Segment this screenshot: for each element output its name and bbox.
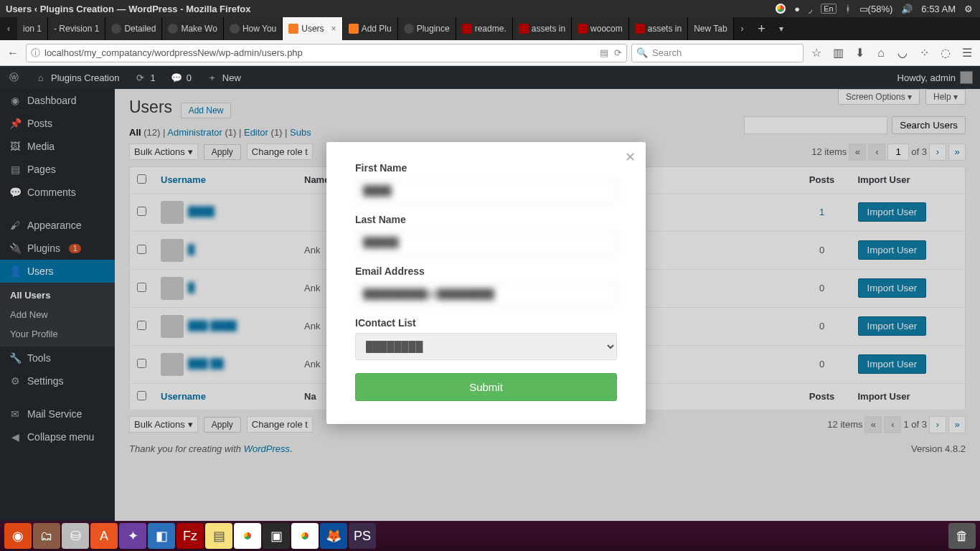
wordpress-link[interactable]: WordPress <box>244 443 290 454</box>
help-button[interactable]: Help ▾ <box>925 89 966 105</box>
address-bar[interactable]: ⓘ localhost/my_compatancy/wordpressNew/w… <box>26 44 627 62</box>
bulk-actions-select[interactable]: Bulk Actions ▾ <box>129 416 198 433</box>
import-user-button[interactable]: Import User <box>858 240 927 260</box>
sidebar-item-dashboard[interactable]: ◉Dashboard <box>0 89 115 112</box>
sidebar-subitem-profile[interactable]: Your Profile <box>0 324 115 344</box>
app-icon[interactable]: ✦ <box>119 523 146 549</box>
downloads-icon[interactable]: ⬇ <box>851 44 868 62</box>
first-name-input[interactable] <box>355 178 617 204</box>
row-checkbox[interactable] <box>137 359 146 368</box>
last-name-input[interactable] <box>355 230 617 255</box>
change-role-select[interactable]: Change role t <box>247 143 313 160</box>
trash-icon[interactable]: 🗑 <box>948 523 976 549</box>
chat-icon[interactable]: ● <box>794 4 800 14</box>
disk-icon[interactable]: ⛁ <box>62 523 89 549</box>
change-role-select[interactable]: Change role t <box>247 416 313 433</box>
clock[interactable]: 6:53 AM <box>921 4 956 14</box>
row-checkbox[interactable] <box>137 283 146 292</box>
import-user-button[interactable]: Import User <box>858 278 927 298</box>
filter-administrator[interactable]: Administrator <box>167 127 222 138</box>
browser-tab[interactable]: assets in <box>513 17 572 40</box>
col-posts[interactable]: Posts <box>793 166 851 193</box>
row-checkbox[interactable] <box>137 207 146 216</box>
files-icon[interactable]: 🗂 <box>33 523 60 549</box>
screen-options-button[interactable]: Screen Options ▾ <box>838 89 920 105</box>
sidebar-item-appearance[interactable]: 🖌Appearance <box>0 214 115 237</box>
browser-tab-active[interactable]: Users× <box>283 17 342 40</box>
howdy-user[interactable]: Howdy, admin <box>897 72 956 83</box>
apply-button[interactable]: Apply <box>204 144 241 160</box>
browser-tab[interactable]: readme. <box>456 17 513 40</box>
chrome-icon[interactable] <box>291 523 319 549</box>
firefox-icon[interactable]: 🦊 <box>320 523 347 549</box>
sidebar-item-mail-service[interactable]: ✉Mail Service <box>0 402 115 425</box>
sidebar-item-settings[interactable]: ⚙Settings <box>0 369 115 392</box>
reader-icon[interactable]: ▤ <box>600 47 608 58</box>
page-number-input[interactable] <box>887 143 909 161</box>
terminal-icon[interactable]: ▣ <box>263 523 290 549</box>
site-name[interactable]: ⌂Plugins Creation <box>27 66 126 89</box>
close-tab-icon[interactable]: × <box>331 24 336 34</box>
browser-tab[interactable]: Plugince <box>398 17 456 40</box>
icontact-list-select[interactable]: ████████ <box>355 333 617 360</box>
row-checkbox[interactable] <box>137 245 146 254</box>
app-icon[interactable]: ◧ <box>148 523 175 549</box>
home-icon[interactable]: ⌂ <box>872 44 890 62</box>
hamburger-menu-icon[interactable]: ☰ <box>958 44 976 62</box>
sidebar-item-pages[interactable]: ▤Pages <box>0 158 115 181</box>
library-icon[interactable]: ▥ <box>829 44 847 62</box>
add-new-button[interactable]: Add New <box>181 103 232 118</box>
back-button[interactable]: ← <box>4 44 22 62</box>
sidebar-subitem-all-users[interactable]: All Users <box>0 286 115 305</box>
bulk-actions-select[interactable]: Bulk Actions ▾ <box>129 143 198 160</box>
addon-icon[interactable]: ⁘ <box>915 44 933 62</box>
browser-tab[interactable]: New Tab <box>688 17 733 40</box>
import-user-button[interactable]: Import User <box>858 202 927 222</box>
avatar[interactable] <box>960 71 973 84</box>
next-page-button[interactable]: › <box>929 143 946 161</box>
updates[interactable]: ⟳1 <box>126 66 162 89</box>
phpstorm-icon[interactable]: PS <box>349 523 376 549</box>
filter-subscriber[interactable]: Subs <box>290 127 311 138</box>
new-content[interactable]: +New <box>199 66 248 89</box>
addon-icon[interactable]: ◌ <box>937 44 954 62</box>
browser-tab[interactable]: How You <box>224 17 283 40</box>
browser-tab[interactable]: ion 1 <box>17 17 48 40</box>
tabs-dropdown[interactable]: ▾ <box>773 17 790 40</box>
software-icon[interactable]: A <box>90 523 118 549</box>
sidebar-subitem-add-new[interactable]: Add New <box>0 305 115 324</box>
browser-tab[interactable]: woocom <box>572 17 629 40</box>
import-user-button[interactable]: Import User <box>858 316 927 336</box>
apply-button[interactable]: Apply <box>204 417 241 433</box>
tab-scroll-left[interactable]: ‹ <box>0 17 17 40</box>
gear-icon[interactable]: ⚙ <box>964 4 973 14</box>
sidebar-item-media[interactable]: 🖼Media <box>0 135 115 158</box>
col-username[interactable]: Username <box>161 174 206 185</box>
search-users-button[interactable]: Search Users <box>892 116 966 134</box>
wp-logo[interactable]: ⓦ <box>0 66 27 89</box>
search-bar[interactable]: 🔍 Search <box>631 44 804 62</box>
bookmark-star-icon[interactable]: ☆ <box>808 44 825 62</box>
filter-editor[interactable]: Editor <box>244 127 268 138</box>
sidebar-item-users[interactable]: 👤Users <box>0 260 115 283</box>
volume-icon[interactable]: 🔊 <box>901 4 913 14</box>
sidebar-item-comments[interactable]: 💬Comments <box>0 181 115 204</box>
battery-icon[interactable]: ▭ (58%) <box>859 4 893 14</box>
email-input[interactable] <box>355 281 617 307</box>
chrome-icon[interactable] <box>776 4 786 14</box>
keyboard-lang[interactable]: En <box>821 4 836 14</box>
first-page-button[interactable]: « <box>849 143 866 161</box>
wifi-icon[interactable]: ◞ <box>809 4 812 14</box>
browser-tab[interactable]: assets in <box>629 17 688 40</box>
close-icon[interactable]: ✕ <box>625 149 636 165</box>
sidebar-item-posts[interactable]: 📌Posts <box>0 112 115 135</box>
tab-scroll-right[interactable]: › <box>734 17 751 40</box>
submit-button[interactable]: Submit <box>355 373 617 401</box>
notes-icon[interactable]: ▤ <box>205 523 232 549</box>
search-users-input[interactable] <box>744 116 887 134</box>
filezilla-icon[interactable]: Fz <box>176 523 204 549</box>
dash-icon[interactable]: ◉ <box>4 523 32 549</box>
new-tab-button[interactable]: + <box>751 17 773 40</box>
chrome-icon[interactable] <box>234 523 261 549</box>
sidebar-collapse[interactable]: ◀Collapse menu <box>0 425 115 448</box>
